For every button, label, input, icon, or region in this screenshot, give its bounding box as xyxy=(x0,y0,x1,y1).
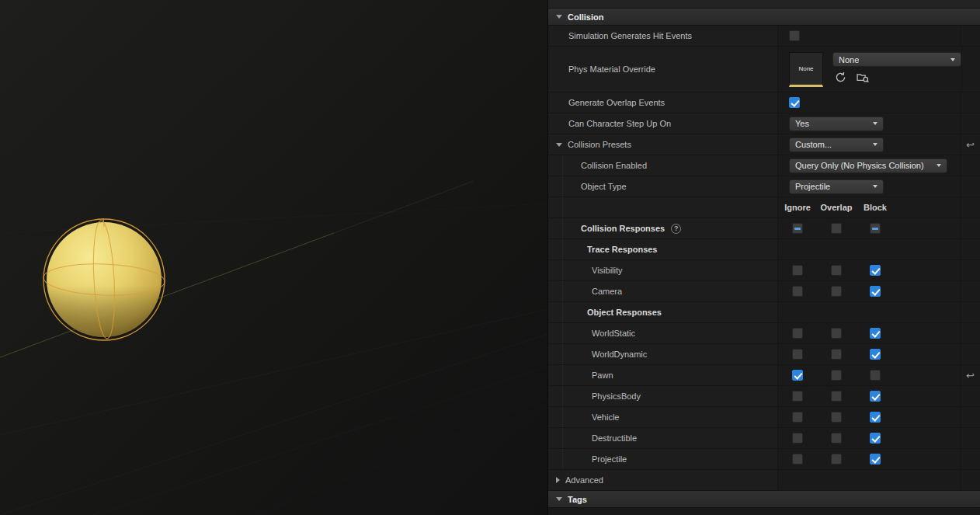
help-icon[interactable]: ? xyxy=(671,224,681,234)
row-vehicle: Vehicle xyxy=(548,407,980,428)
property-label: Can Character Step Up On xyxy=(568,119,671,128)
row-object-responses: Object Responses xyxy=(548,302,980,323)
can-character-step-up-on-dropdown[interactable]: Yes xyxy=(789,117,884,131)
row-collision-presets: Collision Presets Custom... ↩ xyxy=(548,134,980,155)
row-simulation-generates-hit-events: Simulation Generates Hit Events xyxy=(548,26,980,47)
chevron-down-icon xyxy=(950,58,955,61)
collision-responses-block-checkbox[interactable] xyxy=(870,223,881,234)
expander-arrow-icon[interactable] xyxy=(556,143,562,147)
sphere-actor[interactable] xyxy=(43,218,165,340)
column-header-overlap: Overlap xyxy=(817,203,856,212)
vehicle-block-checkbox[interactable] xyxy=(870,412,881,423)
chevron-down-icon xyxy=(873,185,877,188)
pawn-overlap-checkbox[interactable] xyxy=(831,370,842,381)
property-label: PhysicsBody xyxy=(592,391,641,401)
property-label: Collision Presets xyxy=(568,140,631,149)
row-physicsbody: PhysicsBody xyxy=(548,386,980,407)
row-advanced: Advanced xyxy=(548,470,980,491)
property-label: Phys Material Override xyxy=(568,64,655,74)
property-label: Projectile xyxy=(592,454,627,464)
row-pawn: Pawn ↩ xyxy=(548,365,980,386)
use-selected-asset-icon[interactable] xyxy=(835,71,846,83)
physicsbody-overlap-checkbox[interactable] xyxy=(831,391,842,402)
viewport-canvas[interactable] xyxy=(0,0,547,515)
reset-to-default-icon[interactable]: ↩ xyxy=(966,140,975,150)
category-header-collision[interactable]: Collision xyxy=(548,9,980,26)
camera-overlap-checkbox[interactable] xyxy=(831,286,842,297)
expander-arrow-icon[interactable] xyxy=(556,477,560,483)
collision-responses-ignore-checkbox[interactable] xyxy=(792,223,803,234)
collapse-arrow-icon[interactable] xyxy=(556,497,562,501)
property-label: Camera xyxy=(592,287,622,296)
row-camera: Camera xyxy=(548,281,980,302)
generate-overlap-events-checkbox[interactable] xyxy=(789,97,800,108)
property-label: Visibility xyxy=(592,266,623,275)
category-title: Collision xyxy=(568,12,603,22)
property-label: Generate Overlap Events xyxy=(568,98,665,107)
chevron-down-icon xyxy=(873,122,877,125)
projectile-block-checkbox[interactable] xyxy=(870,454,881,465)
row-phys-material-override: Phys Material Override None None xyxy=(548,47,980,92)
chevron-down-icon xyxy=(937,164,941,167)
vehicle-overlap-checkbox[interactable] xyxy=(831,412,842,423)
property-label: Simulation Generates Hit Events xyxy=(568,31,692,40)
browse-to-asset-icon[interactable] xyxy=(857,71,869,83)
reset-to-default-icon[interactable]: ↩ xyxy=(966,371,975,381)
row-trace-responses: Trace Responses xyxy=(548,239,980,260)
subsection-label: Object Responses xyxy=(587,308,662,317)
worlddynamic-overlap-checkbox[interactable] xyxy=(831,349,842,360)
worldstatic-overlap-checkbox[interactable] xyxy=(831,328,842,339)
row-visibility: Visibility xyxy=(548,260,980,281)
pawn-ignore-checkbox[interactable] xyxy=(792,370,803,381)
pawn-block-checkbox[interactable] xyxy=(870,370,881,381)
column-header-block: Block xyxy=(856,203,895,212)
projectile-overlap-checkbox[interactable] xyxy=(831,454,842,465)
row-destructible: Destructible xyxy=(548,428,980,449)
visibility-block-checkbox[interactable] xyxy=(870,265,881,276)
property-label: Collision Responses xyxy=(581,224,665,233)
collision-responses-overlap-checkbox[interactable] xyxy=(831,223,842,234)
projectile-ignore-checkbox[interactable] xyxy=(792,454,803,465)
physicsbody-ignore-checkbox[interactable] xyxy=(792,391,803,402)
property-label: WorldDynamic xyxy=(592,350,647,359)
object-type-dropdown[interactable]: Projectile xyxy=(789,179,884,194)
worlddynamic-ignore-checkbox[interactable] xyxy=(792,349,803,360)
category-header-tags[interactable]: Tags xyxy=(548,491,980,508)
row-worldstatic: WorldStatic xyxy=(548,323,980,344)
row-worlddynamic: WorldDynamic xyxy=(548,344,980,365)
worldstatic-ignore-checkbox[interactable] xyxy=(792,328,803,339)
simulation-generates-hit-events-checkbox[interactable] xyxy=(789,30,800,41)
vehicle-ignore-checkbox[interactable] xyxy=(792,412,803,423)
visibility-ignore-checkbox[interactable] xyxy=(792,265,803,276)
destructible-block-checkbox[interactable] xyxy=(870,433,881,444)
camera-ignore-checkbox[interactable] xyxy=(792,286,803,297)
worldstatic-block-checkbox[interactable] xyxy=(870,328,881,339)
property-label: Vehicle xyxy=(592,412,619,422)
row-generate-overlap-events: Generate Overlap Events xyxy=(548,92,980,113)
level-viewport[interactable] xyxy=(0,0,547,515)
row-response-column-headers: Ignore Overlap Block xyxy=(548,197,980,218)
collapse-arrow-icon[interactable] xyxy=(556,15,562,19)
visibility-overlap-checkbox[interactable] xyxy=(831,265,842,276)
physicsbody-block-checkbox[interactable] xyxy=(870,391,881,402)
camera-block-checkbox[interactable] xyxy=(870,286,881,297)
worlddynamic-block-checkbox[interactable] xyxy=(870,349,881,360)
property-label: Object Type xyxy=(581,182,627,191)
asset-thumbnail[interactable]: None xyxy=(789,52,823,87)
collision-presets-dropdown[interactable]: Custom... xyxy=(789,137,884,152)
details-panel: Collision Simulation Generates Hit Event… xyxy=(547,0,980,515)
property-label: WorldStatic xyxy=(592,329,635,338)
collision-enabled-dropdown[interactable]: Query Only (No Physics Collision) xyxy=(789,158,947,173)
property-label: Pawn xyxy=(592,371,613,380)
row-collision-responses: Collision Responses ? xyxy=(548,218,980,239)
row-object-type: Object Type Projectile xyxy=(548,176,980,197)
chevron-down-icon xyxy=(873,143,877,146)
subsection-label: Trace Responses xyxy=(587,245,658,254)
destructible-overlap-checkbox[interactable] xyxy=(831,433,842,444)
panel-bottom-strip xyxy=(548,508,980,515)
phys-material-override-dropdown[interactable]: None xyxy=(832,52,961,67)
row-projectile: Projectile xyxy=(548,449,980,470)
property-label: Destructible xyxy=(592,433,637,443)
destructible-ignore-checkbox[interactable] xyxy=(792,433,803,444)
asset-thumbnail-label: None xyxy=(798,65,813,72)
